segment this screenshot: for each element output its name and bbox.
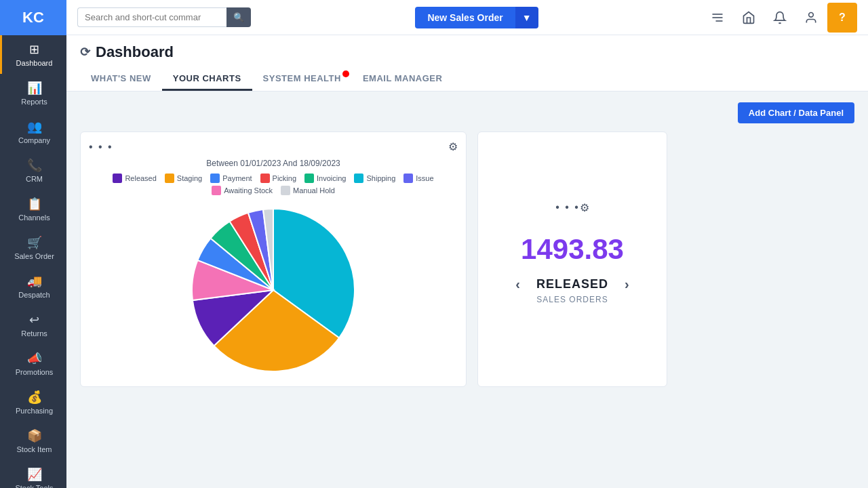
chart-card: • • • ⚙ Between 01/01/2023 And 18/09/202… — [80, 131, 467, 387]
sidebar-item-dashboard[interactable]: ⊞Dashboard — [0, 35, 66, 74]
add-chart-button[interactable]: Add Chart / Data Panel — [738, 102, 854, 123]
tab-your-charts[interactable]: YOUR CHARTS — [162, 68, 252, 91]
content-area: Add Chart / Data Panel • • • ⚙ Between 0… — [66, 92, 868, 398]
sidebar-item-purchasing[interactable]: 💰Purchasing — [0, 383, 66, 422]
chart-card-gear[interactable]: ⚙ — [448, 140, 458, 153]
legend-item-invoicing: Invoicing — [304, 174, 346, 183]
stat-sublabel: SALES ORDERS — [536, 295, 608, 304]
sidebar-label-crm: CRM — [26, 175, 43, 183]
logo: KC — [0, 0, 66, 35]
tools-icon-btn[interactable] — [703, 3, 732, 33]
stat-card: • • • ⚙ 1493.83 ‹ RELEASED › SALES ORDER… — [477, 131, 667, 387]
sidebar-label-returns: Returns — [21, 329, 47, 338]
sidebar-item-reports[interactable]: 📊Reports — [0, 74, 66, 113]
sidebar-item-returns[interactable]: ↩Returns — [0, 306, 66, 344]
dashboard-icon: ⟳ — [80, 45, 90, 60]
cards-row: • • • ⚙ Between 01/01/2023 And 18/09/202… — [80, 131, 854, 387]
legend-item-shipping: Shipping — [354, 174, 395, 183]
sidebar-icon-purchasing: 💰 — [27, 390, 42, 405]
tab-badge-system-health — [342, 70, 349, 77]
chart-legend: ReleasedStagingPaymentPickingInvoicingSh… — [89, 174, 458, 195]
topbar: 🔍 New Sales Order ▼ ? — [66, 0, 868, 35]
sidebar-label-purchasing: Purchasing — [16, 407, 53, 415]
stat-card-dots[interactable]: • • • — [555, 201, 580, 214]
page-title: ⟳ Dashboard — [80, 43, 854, 61]
search-button[interactable]: 🔍 — [226, 7, 251, 27]
sidebar-label-despatch: Despatch — [18, 291, 50, 299]
tabs: WHAT'S NEWYOUR CHARTSSYSTEM HEALTHEMAIL … — [80, 68, 854, 91]
chart-card-menu: • • • ⚙ — [89, 140, 458, 153]
sidebar-icon-stock-item: 📦 — [27, 428, 42, 443]
sidebar-icon-returns: ↩ — [29, 312, 39, 327]
legend-item-issue: Issue — [403, 174, 433, 183]
legend-item-awaiting-stock: Awaiting Stock — [212, 186, 273, 195]
sidebar-icon-reports: 📊 — [27, 81, 42, 96]
svg-point-3 — [809, 12, 814, 17]
sidebar-icon-dashboard: ⊞ — [29, 42, 39, 57]
stat-card-menu: • • • ⚙ — [555, 201, 589, 214]
stat-prev-button[interactable]: ‹ — [515, 277, 520, 292]
tab-whats-new[interactable]: WHAT'S NEW — [80, 68, 162, 91]
pie-date-range: Between 01/01/2023 And 18/09/2023 — [89, 159, 458, 168]
tab-email-manager[interactable]: EMAIL MANAGER — [352, 68, 453, 91]
sidebar-label-stock-tools: Stock Tools — [15, 484, 53, 488]
sidebar-item-despatch[interactable]: 🚚Despatch — [0, 267, 66, 306]
topbar-icons: ? — [703, 3, 857, 33]
sidebar-label-reports: Reports — [21, 98, 47, 106]
sidebar-item-promotions[interactable]: 📣Promotions — [0, 344, 66, 383]
tab-system-health[interactable]: SYSTEM HEALTH — [252, 68, 352, 91]
notification-icon-btn[interactable] — [765, 3, 795, 33]
home-icon-btn[interactable] — [734, 3, 764, 33]
sidebar: KC ⊞Dashboard📊Reports👥Company📞CRM📋Channe… — [0, 0, 66, 488]
help-icon-btn[interactable]: ? — [827, 3, 857, 33]
search-input[interactable] — [77, 7, 226, 27]
legend-item-payment: Payment — [210, 174, 252, 183]
sidebar-item-stock-item[interactable]: 📦Stock Item — [0, 422, 66, 460]
sidebar-item-company[interactable]: 👥Company — [0, 113, 66, 151]
new-sales-order-dropdown[interactable]: ▼ — [515, 7, 538, 28]
sidebar-label-channels: Channels — [18, 214, 50, 222]
sidebar-label-promotions: Promotions — [16, 368, 54, 376]
sidebar-item-stock-tools[interactable]: 📈Stock Tools — [0, 460, 66, 488]
search-container: 🔍 — [77, 7, 251, 27]
sidebar-item-channels[interactable]: 📋Channels — [0, 190, 66, 228]
add-chart-bar: Add Chart / Data Panel — [80, 102, 854, 123]
user-icon-btn[interactable] — [796, 3, 826, 33]
sidebar-icon-sales-order: 🛒 — [27, 235, 42, 250]
stat-label: RELEASED — [536, 277, 608, 291]
stat-value: 1493.83 — [521, 233, 624, 266]
legend-item-manual-hold: Manual Hold — [281, 186, 335, 195]
chart-card-dots[interactable]: • • • — [89, 141, 113, 153]
legend-item-staging: Staging — [165, 174, 202, 183]
legend-item-released: Released — [113, 174, 156, 183]
sidebar-icon-crm: 📞 — [27, 158, 42, 173]
sidebar-item-crm[interactable]: 📞CRM — [0, 151, 66, 190]
sidebar-label-stock-item: Stock Item — [17, 445, 52, 453]
sidebar-icon-promotions: 📣 — [27, 351, 42, 366]
legend-item-picking: Picking — [260, 174, 296, 183]
sidebar-icon-company: 👥 — [27, 119, 42, 134]
sidebar-label-sales-order: Sales Order — [14, 252, 54, 260]
stat-nav: ‹ RELEASED › — [515, 277, 629, 292]
stat-next-button[interactable]: › — [625, 277, 629, 292]
new-sales-order-button[interactable]: New Sales Order — [415, 7, 515, 28]
sidebar-item-sales-order[interactable]: 🛒Sales Order — [0, 228, 66, 267]
main-content: ⟳ Dashboard WHAT'S NEWYOUR CHARTSSYSTEM … — [66, 35, 868, 488]
stat-card-gear[interactable]: ⚙ — [580, 201, 589, 214]
page-header: ⟳ Dashboard WHAT'S NEWYOUR CHARTSSYSTEM … — [66, 35, 868, 92]
sidebar-label-company: Company — [18, 136, 50, 144]
sidebar-label-dashboard: Dashboard — [16, 59, 53, 67]
sidebar-icon-stock-tools: 📈 — [27, 467, 42, 482]
sidebar-icon-despatch: 🚚 — [27, 274, 42, 289]
topbar-center: New Sales Order ▼ — [251, 7, 703, 28]
pie-chart — [89, 202, 458, 378]
sidebar-icon-channels: 📋 — [27, 197, 42, 211]
